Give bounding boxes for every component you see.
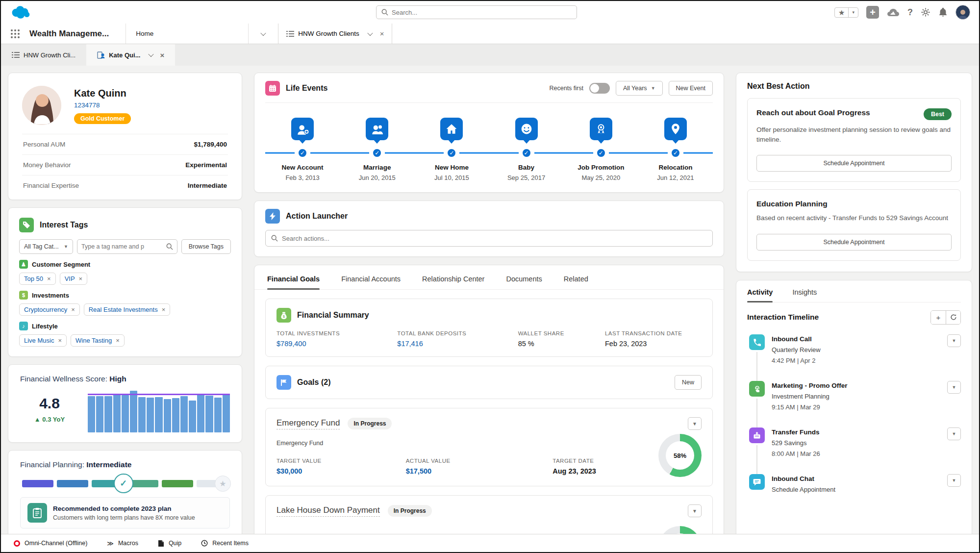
clock-icon <box>201 540 208 547</box>
tab-home[interactable]: Home <box>126 24 248 44</box>
life-event-badge[interactable] <box>590 118 612 140</box>
tag-pill[interactable]: Top 50× <box>19 273 56 285</box>
tag-category-select[interactable]: All Tag Cat... ▼ <box>19 239 73 254</box>
close-subtab-icon[interactable]: × <box>160 51 164 59</box>
remove-tag-icon[interactable]: × <box>116 337 120 344</box>
goal-actions-button[interactable]: ▼ <box>688 417 702 430</box>
wellness-benchmark-line <box>88 394 230 395</box>
quip-button[interactable]: Quip <box>158 540 181 547</box>
tab-relationship-center[interactable]: Relationship Center <box>422 275 484 289</box>
tag-search-input[interactable] <box>81 243 163 250</box>
help-button[interactable]: ? <box>907 7 913 18</box>
add-interaction-button[interactable]: + <box>931 311 946 324</box>
subtab-hnw-growth-clients[interactable]: HNW Growth Cli... <box>1 44 86 66</box>
main-content: Kate Quinn 1234778 Gold Customer Persona… <box>1 66 979 553</box>
macros-button[interactable]: ≫ Macros <box>107 540 138 547</box>
timeline-item-actions-button[interactable]: ▼ <box>947 427 961 440</box>
record-tabs-card: Financial Goals Financial Accounts Relat… <box>254 265 724 553</box>
tab-hnw-growth-clients[interactable]: HNW Growth Clients × <box>278 24 392 44</box>
setup-button[interactable] <box>921 7 930 17</box>
goal-actions-button[interactable]: ▼ <box>688 504 702 517</box>
remove-tag-icon[interactable]: × <box>47 275 51 282</box>
recents-first-toggle[interactable] <box>589 83 610 94</box>
refresh-button[interactable] <box>946 311 960 324</box>
home-icon <box>445 123 458 135</box>
trailhead-button[interactable] <box>887 7 900 17</box>
life-event-date: Feb 3, 2013 <box>285 174 319 181</box>
new-event-button[interactable]: New Event <box>669 81 713 96</box>
tab-documents[interactable]: Documents <box>506 275 542 289</box>
stat-value-link[interactable]: $17,500 <box>406 467 553 475</box>
tag-pill[interactable]: Live Music× <box>19 334 67 347</box>
schedule-appointment-button[interactable]: Schedule Appointment <box>756 155 952 172</box>
goal-name[interactable]: Emergency Fund <box>276 418 340 429</box>
profile-field-row: Financial Expertise Intermediate <box>22 175 228 196</box>
favorite-star-button[interactable]: ★ <box>835 8 848 17</box>
remove-tag-icon[interactable]: × <box>71 306 75 313</box>
timeline-item-actions-button[interactable]: ▼ <box>947 381 961 394</box>
wellness-bar <box>189 401 196 432</box>
user-avatar[interactable] <box>955 5 970 20</box>
action-search-input[interactable] <box>282 235 707 242</box>
tab-financial-accounts[interactable]: Financial Accounts <box>341 275 401 289</box>
remove-tag-icon[interactable]: × <box>79 275 83 282</box>
recents-first-label: Recents first <box>550 85 583 92</box>
favorites-menu-button[interactable]: ▾ <box>848 8 858 17</box>
wellness-bar <box>197 395 204 432</box>
life-event-badge[interactable] <box>515 118 538 140</box>
tag-pill[interactable]: Wine Tasting× <box>71 334 125 347</box>
timeline-item-actions-button[interactable]: ▼ <box>947 474 961 487</box>
tab-activity[interactable]: Activity <box>747 288 773 302</box>
tag-pill[interactable]: VIP× <box>60 273 88 285</box>
plus-icon: + <box>870 7 876 18</box>
chevron-down-icon[interactable] <box>149 51 154 57</box>
planning-level: Intermediate <box>86 460 131 469</box>
life-event-name: Baby <box>518 164 534 171</box>
omni-channel-button[interactable]: Omni-Channel (Offline) <box>14 540 87 547</box>
remove-tag-icon[interactable]: × <box>58 337 62 344</box>
life-event-badge[interactable] <box>366 118 388 140</box>
recent-items-button[interactable]: Recent Items <box>201 540 249 547</box>
client-id-link[interactable]: 1234778 <box>74 101 131 109</box>
tag-search-box[interactable] <box>77 239 177 254</box>
stat-value-link[interactable]: $30,000 <box>276 467 406 475</box>
life-event-name: Relocation <box>658 164 692 171</box>
timeline-item-actions-button[interactable]: ▼ <box>947 334 961 347</box>
tab-related[interactable]: Related <box>564 275 588 289</box>
app-name[interactable]: Wealth Manageme... <box>29 24 126 44</box>
wellness-bar <box>122 395 129 432</box>
schedule-appointment-button[interactable]: Schedule Appointment <box>756 234 952 251</box>
life-event-item: ✓RelocationJun 12, 2021 <box>638 118 713 181</box>
life-event-badge[interactable] <box>664 118 687 140</box>
new-goal-button[interactable]: New <box>675 375 702 390</box>
stat-value-link[interactable]: $17,416 <box>397 340 518 348</box>
browse-tags-button[interactable]: Browse Tags <box>181 239 231 254</box>
tag-pill[interactable]: Real Estate Investments× <box>84 303 171 316</box>
life-event-name: Marriage <box>363 164 391 171</box>
life-event-badge[interactable] <box>440 118 463 140</box>
notifications-button[interactable] <box>938 7 948 17</box>
remove-tag-icon[interactable]: × <box>162 306 166 313</box>
life-event-badge[interactable] <box>291 118 314 140</box>
recommendation-body: Offer personalize investment planning se… <box>756 125 952 144</box>
chevron-down-icon[interactable] <box>367 30 373 35</box>
tag-pill[interactable]: Cryptocurrency× <box>19 303 80 316</box>
tab-home-menu-button[interactable] <box>248 24 278 44</box>
goal-name[interactable]: Lake House Down Payment <box>276 505 380 517</box>
wellness-bar-chart <box>88 390 230 432</box>
stat-value-link[interactable]: $789,400 <box>276 340 397 348</box>
years-filter-button[interactable]: All Years▼ <box>616 81 663 96</box>
stat-label: WALLET SHARE <box>518 330 605 336</box>
plus-icon: + <box>936 313 941 322</box>
subtab-kate-quinn[interactable]: Kate Qui... × <box>86 44 175 66</box>
app-launcher-button[interactable] <box>1 24 29 44</box>
planning-title: Financial Planning: Intermediate <box>20 460 230 469</box>
tab-financial-goals[interactable]: Financial Goals <box>267 275 320 289</box>
tab-insights[interactable]: Insights <box>792 288 817 302</box>
global-search-input[interactable] <box>392 9 572 16</box>
global-search[interactable] <box>376 5 577 19</box>
close-tab-icon[interactable]: × <box>380 30 384 37</box>
recommendation-title: Reach out about Goal Progress <box>756 108 870 117</box>
action-search-box[interactable] <box>265 230 713 247</box>
global-actions-button[interactable]: + <box>866 6 879 19</box>
